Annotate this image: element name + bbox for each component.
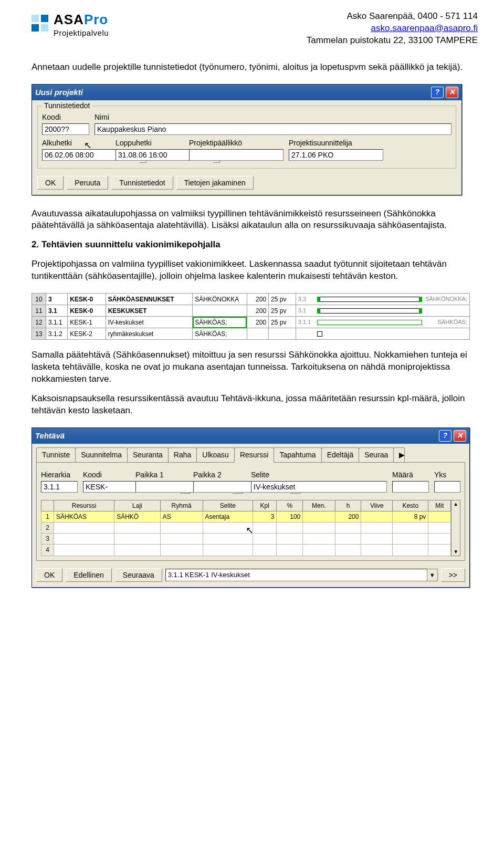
resource-table[interactable]: ResurssiLajiRyhmäSeliteKpl%Men.hViiveKes… bbox=[41, 500, 451, 556]
tab-seuraa[interactable]: Seuraa bbox=[359, 447, 394, 462]
col-header[interactable]: Viive bbox=[361, 500, 393, 511]
dialog-title: Tehtävä bbox=[35, 431, 65, 441]
close-icon[interactable]: ✕ bbox=[446, 87, 458, 98]
dialog-uusi-projekti: Uusi projekti ? ✕ Tunnistetiedot Koodi N… bbox=[32, 84, 462, 195]
input-paallikko[interactable] bbox=[189, 149, 284, 161]
dialog-title: Uusi projekti bbox=[35, 87, 83, 98]
logo-text-asa: ASA bbox=[54, 12, 84, 27]
titlebar[interactable]: Tehtävä ? ✕ bbox=[32, 428, 469, 444]
col-header[interactable]: Ryhmä bbox=[160, 500, 203, 511]
paragraph-1: Annetaan uudelle projektille tunnistetie… bbox=[32, 61, 478, 74]
task-table: 103KESK-0SÄHKÖASENNUKSETSÄHKÖNOKKA20025 … bbox=[32, 293, 470, 340]
label-alkuhetki: Alkuhetki bbox=[42, 138, 110, 148]
input-hierarkia[interactable] bbox=[41, 481, 78, 493]
titlebar[interactable]: Uusi projekti ? ✕ bbox=[32, 85, 461, 100]
previous-button[interactable]: Edellinen bbox=[66, 568, 112, 582]
tab-bar: TunnisteSuunnitelmaSeurantaRahaUlkoasuRe… bbox=[32, 444, 469, 462]
col-header[interactable]: Laji bbox=[114, 500, 161, 511]
label-suunnittelija: Projektisuunnittelija bbox=[289, 138, 383, 148]
input-suunnittelija[interactable] bbox=[289, 149, 383, 161]
input-nimi[interactable] bbox=[94, 123, 452, 135]
table-row[interactable]: 113.1KESK-0KESKUKSET20025 pv3.1 bbox=[32, 305, 470, 317]
tab-tapahtuma[interactable]: Tapahtuma bbox=[274, 447, 321, 462]
table-row[interactable]: 1SÄHKÖASSÄHKÖASAsentaja31002008 pv bbox=[41, 511, 451, 522]
tab-suunnitelma[interactable]: Suunnitelma bbox=[75, 447, 128, 462]
table-row[interactable]: 3 bbox=[41, 534, 451, 545]
label-maara: Määrä bbox=[392, 470, 429, 480]
col-header[interactable]: % bbox=[277, 500, 303, 511]
tab-raha[interactable]: Raha bbox=[168, 447, 197, 462]
table-row[interactable]: 103KESK-0SÄHKÖASENNUKSETSÄHKÖNOKKA20025 … bbox=[32, 294, 470, 305]
input-selite[interactable] bbox=[251, 481, 387, 493]
paragraph-2: Avautuvassa aikataulupohjassa on valmiik… bbox=[32, 208, 478, 232]
tab-ulkoasu[interactable]: Ulkoasu bbox=[196, 447, 235, 462]
help-icon[interactable]: ? bbox=[439, 430, 452, 442]
ok-button[interactable]: OK bbox=[36, 568, 62, 582]
col-header[interactable]: Mit bbox=[428, 500, 451, 511]
input-yks[interactable] bbox=[434, 481, 460, 493]
col-header[interactable]: Resurssi bbox=[54, 500, 114, 511]
logo: ASAPro Projektipalvelu bbox=[32, 11, 109, 38]
next-button[interactable]: Seuraava bbox=[115, 568, 162, 582]
paragraph-3: Projektipohjassa on valmiina tyypilliset… bbox=[32, 258, 478, 283]
col-header[interactable]: Men. bbox=[303, 500, 335, 511]
tab-pane: Hierarkia Koodi ▼ Paikka 1 ▼ Paikka 2 bbox=[36, 462, 465, 561]
col-header[interactable]: Kpl bbox=[253, 500, 277, 511]
table-row[interactable]: 133.1.2KESK-2ryhmäkeskuksetSÄHKÖAS; bbox=[32, 328, 470, 340]
group-legend: Tunnistetiedot bbox=[42, 101, 92, 111]
label-nimi: Nimi bbox=[94, 112, 452, 122]
task-selector[interactable] bbox=[165, 569, 427, 581]
logo-text-pro: Pro bbox=[84, 12, 108, 27]
tunnistetiedot-button[interactable]: Tunnistetiedot bbox=[111, 176, 173, 190]
heading-1: 2. Tehtävien suunnittelu vakionimikepohj… bbox=[32, 239, 478, 251]
tab-seuranta[interactable]: Seuranta bbox=[127, 447, 169, 462]
logo-icon bbox=[32, 15, 48, 32]
scrollbar[interactable]: ▲ ▼ bbox=[451, 500, 460, 556]
col-header[interactable] bbox=[41, 500, 54, 511]
label-hierarkia: Hierarkia bbox=[41, 470, 78, 480]
col-header[interactable]: Selite bbox=[203, 500, 253, 511]
table-row[interactable]: 123.1.1KESK-1IV-keskuksetSÄHKÖAS;20025 p… bbox=[32, 317, 470, 328]
label-loppuhetki: Loppuhetki bbox=[116, 138, 184, 148]
tab-scroll-right[interactable]: ▶ bbox=[393, 447, 405, 462]
close-icon[interactable]: ✕ bbox=[454, 430, 466, 442]
contact-email[interactable]: asko.saarenpaa@asapro.fi bbox=[371, 23, 478, 33]
label-paallikko: Projektipäällikkö bbox=[189, 138, 284, 148]
paragraph-5: Kaksoisnapsauksella resurssikentässä ava… bbox=[32, 393, 478, 417]
scroll-up-icon[interactable]: ▲ bbox=[453, 500, 458, 508]
tab-edeltäjä[interactable]: Edeltäjä bbox=[321, 447, 360, 462]
dialog-tehtava: Tehtävä ? ✕ TunnisteSuunnitelmaSeurantaR… bbox=[32, 427, 470, 588]
ok-button[interactable]: OK bbox=[37, 176, 64, 190]
col-header[interactable]: h bbox=[335, 500, 361, 511]
label-koodi: Koodi bbox=[83, 470, 130, 480]
input-koodi[interactable] bbox=[42, 123, 89, 135]
tab-resurssi[interactable]: Resurssi bbox=[234, 447, 274, 463]
group-tunnistetiedot: Tunnistetiedot Koodi Nimi ↖ Alkuhetki ..… bbox=[37, 106, 456, 169]
go-button[interactable]: >> bbox=[441, 568, 465, 582]
table-row[interactable]: 2 bbox=[41, 523, 451, 534]
paragraph-4: Samalla päätehtävä (Sähköasennukset) mit… bbox=[32, 349, 478, 385]
label-paikka1: Paikka 1 bbox=[135, 470, 188, 480]
contact-address: Tammelan puistokatu 22, 33100 TAMPERE bbox=[307, 35, 478, 47]
label-selite: Selite bbox=[251, 470, 387, 480]
input-maara[interactable] bbox=[392, 481, 429, 493]
col-header[interactable]: Kesto bbox=[393, 500, 428, 511]
page-header: ASAPro Projektipalvelu Asko Saarenpää, 0… bbox=[32, 11, 478, 47]
scroll-down-icon[interactable]: ▼ bbox=[453, 548, 458, 556]
contact-block: Asko Saarenpää, 0400 - 571 114 asko.saar… bbox=[307, 11, 478, 47]
label-koodi: Koodi bbox=[42, 112, 89, 122]
dropdown-icon[interactable]: ▼ bbox=[427, 569, 438, 581]
logo-subtitle: Projektipalvelu bbox=[54, 28, 109, 38]
help-icon[interactable]: ? bbox=[431, 87, 444, 98]
contact-name: Asko Saarenpää, 0400 - 571 114 bbox=[307, 11, 478, 23]
table-row[interactable]: 4 bbox=[41, 545, 451, 556]
cancel-button[interactable]: Peruuta bbox=[67, 176, 108, 190]
tietojen-jakaminen-button[interactable]: Tietojen jakaminen bbox=[176, 176, 254, 190]
label-yks: Yks bbox=[434, 470, 460, 480]
label-paikka2: Paikka 2 bbox=[193, 470, 246, 480]
tab-tunniste[interactable]: Tunniste bbox=[36, 447, 76, 462]
